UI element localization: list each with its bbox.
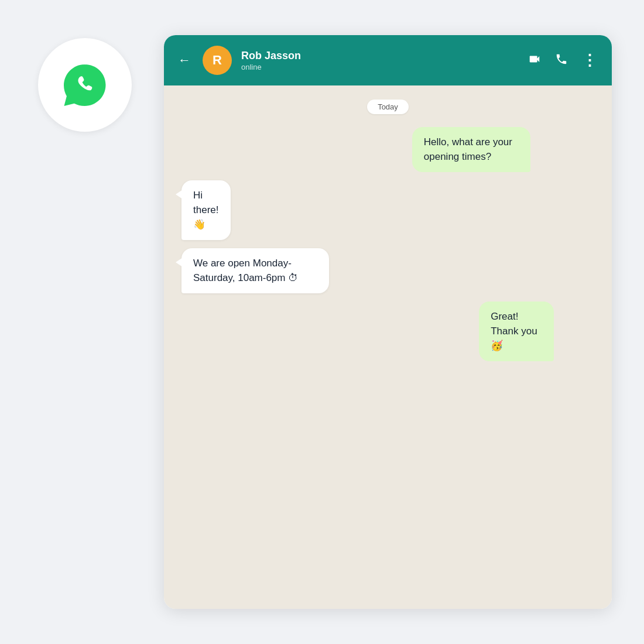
message-row: Hi there! 👋 [181, 180, 594, 240]
contact-status: online [241, 63, 519, 71]
header-icons: ⋮ [528, 53, 598, 68]
whatsapp-logo-wrapper [38, 38, 132, 132]
bubble-wrap-msg2: Hi there! 👋 [181, 180, 258, 240]
message-bubble-outgoing-1: Hello, what are your opening times? [412, 127, 530, 172]
more-options-icon[interactable]: ⋮ [582, 53, 598, 68]
date-badge: Today [367, 100, 409, 114]
contact-name: Rob Jasson [241, 50, 519, 62]
avatar: R [203, 46, 232, 75]
video-call-icon[interactable] [528, 53, 541, 68]
bubble-wrap-msg4: Great! Thank you 🥳 [479, 302, 594, 361]
message-bubble-outgoing-2: Great! Thank you 🥳 [479, 302, 554, 361]
bubble-wrap-msg3: We are open Monday-Saturday, 10am-6pm ⏱ [181, 248, 408, 293]
message-row: We are open Monday-Saturday, 10am-6pm ⏱ [181, 248, 594, 293]
chat-window: ← R Rob Jasson online ⋮ [164, 35, 612, 609]
whatsapp-logo-icon [59, 59, 111, 111]
chat-header: ← R Rob Jasson online ⋮ [164, 35, 612, 85]
message-bubble-incoming-1: Hi there! 👋 [181, 180, 231, 240]
contact-info: Rob Jasson online [241, 50, 519, 71]
message-bubble-incoming-2: We are open Monday-Saturday, 10am-6pm ⏱ [181, 248, 329, 293]
back-button[interactable]: ← [178, 53, 191, 68]
page-container: ← R Rob Jasson online ⋮ [0, 0, 644, 644]
voice-call-icon[interactable] [555, 53, 568, 68]
message-row: Hello, what are your opening times? [181, 127, 594, 172]
bubble-wrap-msg1: Hello, what are your opening times? [412, 127, 594, 172]
message-row: Great! Thank you 🥳 [181, 302, 594, 361]
chat-body: Today Hello, what are your opening times… [164, 85, 612, 609]
